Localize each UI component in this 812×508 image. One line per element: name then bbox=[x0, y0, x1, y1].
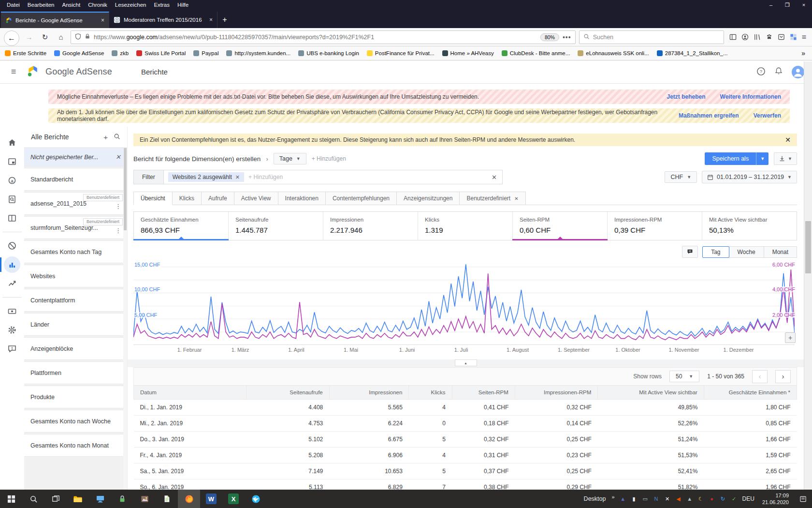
report-list-item[interactable]: adsense_2011_2015Benutzerdefiniert⋮ bbox=[24, 192, 127, 215]
more-info-link[interactable]: Weitere Informationen bbox=[720, 93, 781, 100]
column-header-5[interactable]: Impressionen-RPM bbox=[515, 386, 598, 400]
previous-page-button[interactable]: ‹ bbox=[752, 370, 768, 383]
lock-icon[interactable] bbox=[85, 33, 90, 41]
rail-icon-reports[interactable] bbox=[4, 256, 20, 273]
home-button[interactable]: ⌂ bbox=[55, 31, 67, 44]
report-list-item[interactable]: Produkte bbox=[24, 386, 127, 408]
add-filter-link[interactable]: + Hinzufügen bbox=[248, 174, 283, 180]
network-icon[interactable]: ▭ bbox=[642, 496, 649, 502]
tracking-shield-icon[interactable] bbox=[75, 33, 81, 41]
window-minimize-button[interactable]: – bbox=[763, 0, 779, 10]
bookmark-item[interactable]: eLohnausweis SSK onli... bbox=[578, 50, 649, 56]
bookmark-item[interactable]: Google AdSense bbox=[54, 50, 104, 56]
taskbar-photos-app[interactable] bbox=[133, 490, 156, 508]
bookmark-item[interactable]: ClubDesk - Bitte anme... bbox=[502, 50, 570, 56]
hamburger-menu-icon[interactable]: ≡ bbox=[802, 33, 806, 42]
rail-icon-home[interactable] bbox=[4, 134, 20, 151]
metric-card[interactable]: Seiten-RPM0,60 CHF bbox=[513, 212, 608, 240]
websites-filter-chip[interactable]: Websites 2 ausgewählt✕ bbox=[168, 172, 244, 182]
browser-tab-adsense[interactable]: Berichte - Google AdSense × bbox=[1, 12, 109, 28]
forward-button[interactable]: → bbox=[23, 31, 35, 44]
tab-close-icon[interactable]: ✕ bbox=[514, 196, 518, 201]
search-reports-icon[interactable] bbox=[114, 133, 120, 141]
tab-anzeigensitzungen[interactable]: Anzeigensitzungen bbox=[397, 192, 460, 205]
bookmark-item[interactable]: UBS e-banking Login bbox=[298, 50, 359, 56]
url-bar[interactable]: https://www.google.com/adsense/new/u/0/p… bbox=[71, 30, 576, 44]
report-list-item[interactable]: Länder bbox=[24, 313, 127, 336]
report-list-item[interactable]: sturmforum_Seitenzugr...Benutzerdefinier… bbox=[24, 216, 127, 239]
banner-close-icon[interactable]: ✕ bbox=[785, 136, 791, 144]
column-header-7[interactable]: Geschätzte Einnahmen * bbox=[704, 386, 797, 400]
fix-now-link[interactable]: Jetzt beheben bbox=[667, 93, 706, 100]
save-as-caret[interactable]: ▼ bbox=[756, 152, 768, 165]
help-icon[interactable]: ? bbox=[756, 67, 766, 77]
window-restore-button[interactable]: ❐ bbox=[779, 0, 796, 10]
table-row[interactable]: Di., 1. Jan. 20194.4085.56540,41 CHF0,32… bbox=[134, 400, 797, 416]
action-center-icon[interactable] bbox=[797, 493, 809, 505]
sidebar-scrollbar[interactable] bbox=[123, 148, 127, 490]
annotation-comment-button[interactable] bbox=[682, 246, 698, 258]
take-action-link[interactable]: Maßnahmen ergreifen bbox=[679, 112, 739, 119]
menu-chronik[interactable]: Chronik bbox=[84, 2, 111, 8]
user-avatar[interactable] bbox=[792, 66, 804, 78]
tray-overflow-icon[interactable]: » bbox=[611, 494, 614, 500]
report-list-item[interactable]: Websites bbox=[24, 265, 127, 287]
page-actions-icon[interactable]: ••• bbox=[563, 33, 571, 41]
keyboard-language[interactable]: DEU bbox=[742, 495, 754, 502]
grid-extension-icon[interactable] bbox=[790, 33, 797, 41]
taskbar-word[interactable]: W bbox=[200, 490, 222, 508]
table-row[interactable]: Fr., 4. Jan. 20195.2086.90640,31 CHF0,23… bbox=[134, 448, 797, 463]
tab-interaktionen[interactable]: Interaktionen bbox=[278, 192, 326, 205]
menu-hilfe[interactable]: Hilfe bbox=[174, 2, 192, 8]
report-list-item[interactable]: Contentplattform bbox=[24, 289, 127, 312]
chart-zoom-button[interactable]: + bbox=[785, 332, 796, 343]
browser-tab-moderatoren[interactable]: Moderatoren Treffen 2015/2016 × bbox=[109, 12, 218, 28]
taskbar-thunderbird[interactable] bbox=[245, 490, 267, 508]
account-icon[interactable] bbox=[741, 33, 749, 41]
report-list-item[interactable]: Standardbericht bbox=[24, 168, 127, 191]
netsupport-icon[interactable]: N bbox=[653, 496, 660, 502]
tab-active-view[interactable]: Active View bbox=[234, 192, 278, 205]
desktop-label[interactable]: Desktop bbox=[584, 495, 606, 502]
rail-icon-ads[interactable] bbox=[4, 153, 20, 170]
new-tab-button[interactable]: + bbox=[218, 12, 232, 28]
column-header-2[interactable]: Impressionen bbox=[329, 386, 409, 400]
granularity-tag[interactable]: Tag bbox=[702, 246, 729, 258]
menu-lesezeichen[interactable]: Lesezeichen bbox=[111, 2, 150, 8]
download-button[interactable]: ▼ bbox=[774, 152, 797, 165]
rail-icon-blocking[interactable] bbox=[4, 238, 20, 254]
audio-app-icon[interactable]: ◀ bbox=[675, 496, 682, 502]
dismiss-link[interactable]: Verwerfen bbox=[754, 112, 781, 119]
report-list-item[interactable]: Anzeigenblöcke bbox=[24, 337, 127, 360]
clear-filters-icon[interactable]: ✕ bbox=[492, 174, 497, 181]
filter-box[interactable]: Filter Websites 2 ausgewählt✕ + Hinzufüg… bbox=[133, 170, 503, 184]
metric-card[interactable]: Geschätzte Einnahmen866,93 CHF bbox=[134, 212, 229, 240]
menu-bearbeiten[interactable]: Bearbeiten bbox=[24, 2, 58, 8]
scrollbar-thumb[interactable] bbox=[805, 221, 811, 273]
app-menu-icon[interactable]: ≡ bbox=[8, 67, 19, 77]
security-app-icon[interactable]: ● bbox=[709, 496, 715, 502]
report-list-item[interactable]: Gesamtes Konto nach Monat bbox=[24, 434, 127, 457]
window-close-button[interactable]: × bbox=[796, 0, 812, 10]
taskbar-search-button[interactable] bbox=[22, 490, 44, 508]
defender-shield-icon[interactable]: ▲ bbox=[686, 496, 693, 502]
table-row[interactable]: So., 6. Jan. 20195.1136.82970,38 CHF0,29… bbox=[134, 479, 797, 490]
dimension-select[interactable]: Tage▼ bbox=[274, 153, 306, 164]
tab-close-icon[interactable]: × bbox=[101, 17, 104, 24]
library-icon[interactable] bbox=[754, 33, 761, 41]
column-header-4[interactable]: Seiten-RPM bbox=[452, 386, 515, 400]
save-as-button[interactable]: Speichern als ▼ bbox=[705, 152, 768, 165]
taskbar-firefox[interactable] bbox=[178, 490, 200, 508]
extension-paw-icon[interactable] bbox=[766, 33, 773, 41]
column-header-1[interactable]: Seitenaufrufe bbox=[246, 386, 330, 400]
column-header-3[interactable]: Klicks bbox=[409, 386, 452, 400]
page-zoom-badge[interactable]: 80% bbox=[540, 33, 559, 41]
taskbar-notes-app[interactable] bbox=[156, 490, 178, 508]
metric-card[interactable]: Klicks1.319 bbox=[418, 212, 513, 240]
reload-button[interactable]: ↻ bbox=[39, 31, 51, 44]
antivirus-ok-icon[interactable]: ✓ bbox=[731, 496, 738, 502]
tab-close-icon[interactable]: × bbox=[209, 16, 213, 23]
bookmark-item[interactable]: Swiss Life Portal bbox=[136, 50, 186, 56]
notifications-bell-icon[interactable] bbox=[774, 67, 783, 77]
bookmark-item[interactable]: http://system.kunden... bbox=[226, 50, 290, 56]
